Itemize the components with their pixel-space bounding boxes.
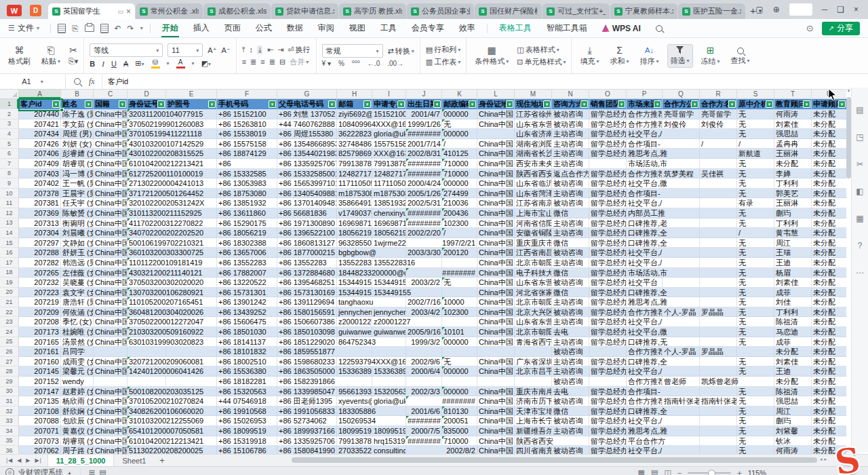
filter-dropdown-icon[interactable]: ▾ xyxy=(208,100,216,108)
cell-H6[interactable]: 825798695 xyxy=(337,149,372,159)
cell-E29[interactable] xyxy=(166,377,217,387)
cell-R17[interactable] xyxy=(700,258,737,268)
cell-K9[interactable]: 000000 xyxy=(442,178,477,189)
cell-E26[interactable] xyxy=(166,347,217,357)
menu-tab-效率[interactable]: 效率 xyxy=(452,19,483,37)
cell-R20[interactable] xyxy=(700,288,737,298)
document-tab[interactable]: S贷款申请信息.xlsx xyxy=(271,3,338,19)
cell-U28[interactable]: 未分配 xyxy=(812,366,846,377)
cell-S31[interactable]: 无 xyxy=(737,396,774,406)
cell-S9[interactable]: 无 xyxy=(737,178,774,189)
column-letter-Q[interactable]: Q xyxy=(663,90,700,99)
cell-S16[interactable]: 无 xyxy=(737,248,774,258)
cell-F23[interactable]: +86 15606475 xyxy=(217,317,277,327)
column-letter-J[interactable]: J xyxy=(406,90,442,99)
cell-B15[interactable]: 文静如 (女 xyxy=(61,238,94,248)
filter-dropdown-icon[interactable]: ▾ xyxy=(119,100,126,108)
cell-M6[interactable]: 湖南省长沙 xyxy=(515,149,552,159)
cell-B5[interactable]: 刘妍 (女) xyxy=(61,139,94,149)
horizontal-scrollbar[interactable] xyxy=(292,457,817,463)
cell-A19[interactable]: 207232 xyxy=(19,278,61,288)
cell-N12[interactable]: 微信 xyxy=(552,208,589,218)
cell-K26[interactable] xyxy=(442,347,477,357)
cell-G25[interactable]: +86 1851229020 xyxy=(277,337,337,347)
cell-M13[interactable]: 河南省信阳 xyxy=(515,218,552,229)
cell-P36[interactable]: 社交平台,/ xyxy=(627,446,700,454)
cell-L12[interactable]: China中国 xyxy=(477,208,515,218)
cell-I8[interactable]: 124827175 xyxy=(372,169,406,179)
cell-N21[interactable]: 主动咨询 xyxy=(552,297,589,307)
cell-C29[interactable] xyxy=(94,377,127,387)
zoom-out-icon[interactable]: − xyxy=(677,469,682,475)
cell-O34[interactable]: 留学总经办 xyxy=(589,426,627,436)
cell-L6[interactable]: China中国 xyxy=(477,149,515,159)
print-preview-icon[interactable] xyxy=(100,24,108,33)
cell-O35[interactable]: 留学总经办 xyxy=(589,436,627,446)
cell-A2[interactable]: 207440 xyxy=(19,109,61,119)
cell-S14[interactable]: / xyxy=(737,228,774,238)
cell-D31[interactable]: 370105200210270824 xyxy=(127,396,217,406)
cell-J15[interactable]: 1997/2/21 xyxy=(406,238,477,248)
scroll-up-icon[interactable]: ▲ xyxy=(846,88,851,92)
cell-S28[interactable]: 无 xyxy=(737,366,774,377)
cell-M14[interactable]: 安徽省铜陵 xyxy=(515,228,552,238)
cell-O22[interactable]: 留学总经办 xyxy=(589,307,627,318)
cell-K24[interactable]: 10101 xyxy=(442,327,477,337)
header-cell-P[interactable]: 市场来源▾ xyxy=(627,99,663,109)
cell-D11[interactable]: 32010220020531242X xyxy=(127,198,217,208)
cell-D16[interactable]: 360103200303300725 xyxy=(127,248,217,258)
cell-N18[interactable]: 微信 xyxy=(552,268,589,278)
cell-T35[interactable]: 钦冰 xyxy=(774,436,812,446)
cell-O23[interactable]: 留学总经办 xyxy=(589,317,627,327)
cell-R2[interactable]: 亮哥留学 xyxy=(700,109,737,119)
cell-I17[interactable]: 1355228316 xyxy=(372,258,442,268)
table-style-button[interactable]: ◫表格样式▾ xyxy=(517,45,566,55)
row-number-10[interactable]: 10 xyxy=(0,189,19,199)
cell-D27[interactable]: 320721200209060081 xyxy=(127,357,217,367)
cell-Q22[interactable]: 个人-罗晶 xyxy=(663,307,700,318)
cell-R4[interactable] xyxy=(700,129,737,139)
cell-F31[interactable]: +44 07546918 xyxy=(217,396,277,406)
zoom-formula-icon[interactable] xyxy=(74,78,81,85)
cell-R10[interactable] xyxy=(700,189,737,199)
justify-icon[interactable]: ≣ xyxy=(269,58,275,66)
cell-N20[interactable]: 微信 xyxy=(552,288,589,298)
cell-G4[interactable]: +86 周煜155380 xyxy=(277,129,337,139)
cell-K30[interactable]: 000000 xyxy=(442,387,477,397)
cell-L34[interactable]: China中国 xyxy=(477,426,515,436)
cell-N6[interactable]: 主动咨询 xyxy=(552,149,589,159)
list-icon[interactable]: ▤ xyxy=(99,468,106,475)
cell-J14[interactable]: 2002/2/20 xyxy=(406,228,442,238)
cell-R9[interactable] xyxy=(700,178,737,189)
cell-M16[interactable]: 江西省南昌 xyxy=(515,248,552,258)
column-letter-F[interactable]: F xyxy=(217,90,277,99)
header-cell-T[interactable]: 教育顾问▾ xyxy=(774,99,812,109)
cell-B24[interactable]: 桂婉唯 (女 xyxy=(61,327,94,337)
cell-L29[interactable] xyxy=(477,377,515,387)
cell-U21[interactable]: 未分配 xyxy=(812,297,846,307)
cell-R31[interactable]: 指南针张老 xyxy=(700,396,737,406)
document-tab[interactable]: S宁夏教师样本.xlsx xyxy=(610,3,677,19)
cell-C35[interactable]: China中国 xyxy=(94,436,127,446)
cell-G23[interactable]: +86 1506607386 xyxy=(277,317,337,327)
cell-N8[interactable]: 返点合作方 xyxy=(552,169,589,179)
cell-O7[interactable] xyxy=(589,159,627,169)
filter-dropdown-icon[interactable]: ▾ xyxy=(580,100,588,108)
cell-U26[interactable]: 未分配 xyxy=(812,347,846,357)
cell-C16[interactable]: China中国 xyxy=(94,248,127,258)
document-tab[interactable]: S可过_支付宝+_滴滴 xyxy=(542,3,610,19)
column-letter-T[interactable]: T xyxy=(774,90,812,99)
cell-A20[interactable]: 207223 xyxy=(19,288,61,298)
cell-D26[interactable] xyxy=(127,347,166,357)
filter-dropdown-icon[interactable]: ▾ xyxy=(397,100,405,108)
column-letter-M[interactable]: M xyxy=(515,90,552,99)
row-number-7[interactable]: 7 xyxy=(0,159,19,169)
cell-T26[interactable]: 未分配 xyxy=(774,347,812,357)
cell-S13[interactable]: 无 xyxy=(737,218,774,229)
cell-S32[interactable]: 无 xyxy=(737,406,774,417)
row-number-19[interactable]: 19 xyxy=(0,278,19,288)
filter-button[interactable]: 筛选▾ xyxy=(667,44,693,68)
cell-L7[interactable]: China中国 xyxy=(477,159,515,169)
cell-T12[interactable]: 蒯玙 xyxy=(774,208,812,218)
cell-T19[interactable]: 刘素佳 xyxy=(774,278,812,288)
